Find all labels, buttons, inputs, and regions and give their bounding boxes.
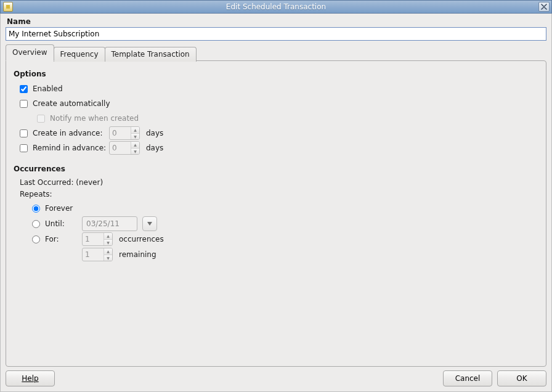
tab-overview[interactable]: Overview [6,44,54,61]
create-in-advance-value[interactable] [110,127,131,139]
remind-in-advance-label: Remind in advance: [33,144,107,152]
repeat-until-row: Until: 03/25/11 [32,216,538,231]
remind-in-advance-unit: days [146,144,163,152]
ok-button[interactable]: OK [497,370,546,386]
spin-up-icon[interactable]: ▲ [104,233,112,239]
create-in-advance-label: Create in advance: [33,129,107,137]
remaining-value[interactable] [83,248,104,261]
spin-up-icon[interactable]: ▲ [131,127,139,133]
option-remind-in-advance: Remind in advance: ▲ ▼ days [20,141,538,155]
repeat-forever-radio[interactable] [32,205,40,213]
notify-label: Notify me when created [50,114,139,123]
create-automatically-checkbox[interactable] [20,100,28,108]
tab-frequency[interactable]: Frequency [54,47,105,62]
remind-in-advance-checkbox[interactable] [20,144,28,152]
tab-content-overview: Options Enabled Create automatically Not… [6,60,546,367]
option-enabled: Enabled [20,82,538,96]
remaining-unit: remaining [119,249,156,261]
spin-buttons: ▲ ▼ [131,127,139,139]
spin-buttons: ▲ ▼ [104,248,112,261]
for-count-spin[interactable]: ▲ ▼ [82,232,113,246]
close-icon [541,4,547,10]
enabled-checkbox[interactable] [20,85,28,93]
create-in-advance-spin[interactable]: ▲ ▼ [109,126,140,140]
last-occurred-line: Last Occurred: (never) [20,177,538,189]
until-date-field[interactable]: 03/25/11 [82,216,137,231]
occurrences-heading: Occurrences [14,165,538,173]
cancel-button-label: Cancel [455,374,481,383]
spin-down-icon[interactable]: ▼ [131,148,139,155]
occurrences-sub: Last Occurred: (never) Repeats: Forever … [20,177,538,262]
option-create-in-advance: Create in advance: ▲ ▼ days [20,126,538,140]
occurrences-section: Occurrences Last Occurred: (never) Repea… [14,165,538,262]
spin-buttons: ▲ ▼ [104,233,112,245]
repeat-until-radio[interactable] [32,220,40,228]
tab-strip: Overview Frequency Template Transaction [6,44,546,61]
button-bar: Help Cancel OK [6,367,546,386]
repeat-until-label: Until: [45,218,79,230]
remind-in-advance-value[interactable] [110,142,131,154]
repeats-label: Repeats: [20,189,538,200]
window-title: Edit Scheduled Transaction [1,2,551,11]
spin-down-icon[interactable]: ▼ [104,239,112,246]
close-button[interactable] [538,2,550,12]
app-icon [3,2,13,12]
for-count-unit: occurrences [119,234,164,245]
spin-down-icon[interactable]: ▼ [104,255,112,261]
cancel-button[interactable]: Cancel [443,370,492,386]
svg-rect-0 [6,5,10,9]
spin-up-icon[interactable]: ▲ [104,248,112,255]
create-in-advance-unit: days [146,129,163,137]
window-body: Name Overview Frequency Template Transac… [0,14,552,392]
spin-down-icon[interactable]: ▼ [131,133,139,140]
repeat-for-radio[interactable] [32,235,40,243]
spin-up-icon[interactable]: ▲ [131,142,139,148]
last-occurred-value: (never) [76,178,103,187]
help-button[interactable]: Help [6,370,55,386]
tab-template-transaction[interactable]: Template Transaction [105,47,197,62]
options-heading: Options [14,70,538,78]
until-date-dropdown[interactable] [142,216,157,231]
name-label: Name [6,17,546,27]
titlebar: Edit Scheduled Transaction [0,0,552,14]
chevron-down-icon [147,222,152,226]
create-in-advance-checkbox[interactable] [20,129,28,137]
name-input[interactable] [6,27,546,41]
help-button-label: Help [22,374,38,383]
remaining-spin[interactable]: ▲ ▼ [82,248,113,261]
repeat-remaining-row: ▲ ▼ remaining [32,247,538,262]
repeat-forever-row: Forever [32,201,538,216]
repeat-for-label: For: [45,234,79,245]
ok-button-label: OK [516,374,527,383]
last-occurred-label: Last Occurred: [20,178,76,187]
option-create-automatically: Create automatically [20,97,538,110]
spin-buttons: ▲ ▼ [131,142,139,154]
remind-in-advance-spin[interactable]: ▲ ▼ [109,141,140,155]
repeat-for-row: For: ▲ ▼ occurrences [32,232,538,247]
notify-checkbox [37,115,45,123]
enabled-label: Enabled [33,84,63,93]
option-notify: Notify me when created [37,112,538,125]
for-count-value[interactable] [83,233,104,245]
create-automatically-label: Create automatically [33,99,110,108]
repeat-forever-label: Forever [45,203,79,214]
